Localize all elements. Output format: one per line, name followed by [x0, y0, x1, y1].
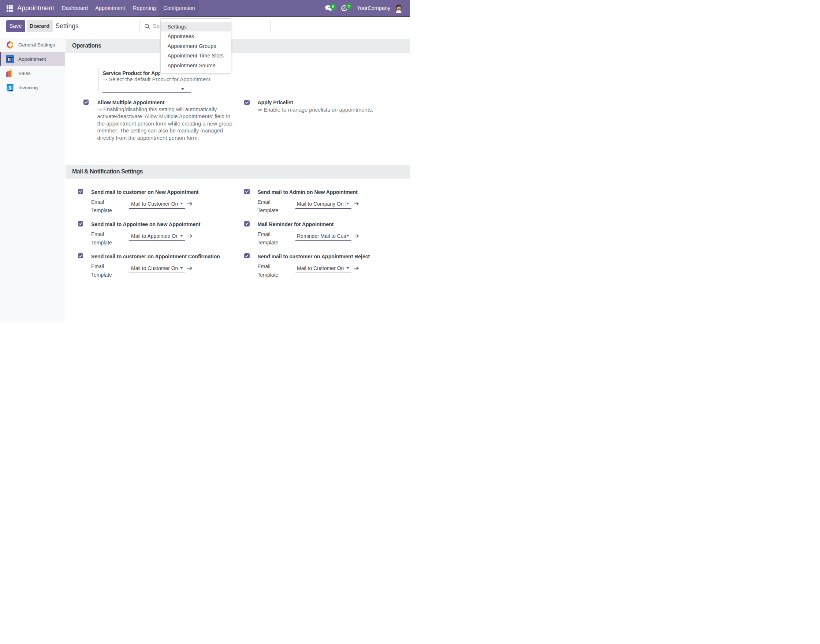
svg-text:$: $: [9, 85, 12, 91]
